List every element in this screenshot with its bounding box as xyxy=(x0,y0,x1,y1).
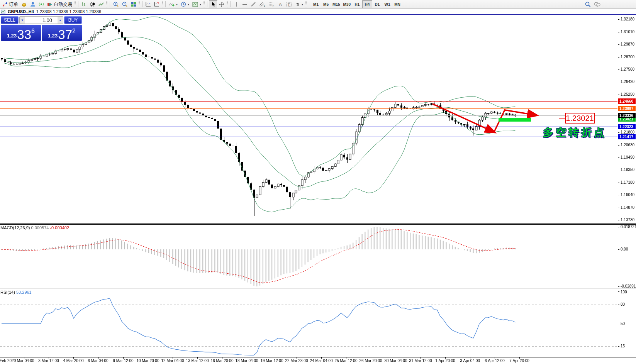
sell-price-sup: 6 xyxy=(31,28,35,35)
turning-point-annotation[interactable]: 多空转折点 xyxy=(543,125,607,139)
buy-price-sup: 2 xyxy=(72,28,76,35)
price-callout-box[interactable]: 1.23021 xyxy=(565,113,595,124)
sell-button[interactable]: SELL xyxy=(1,16,19,24)
buy-button[interactable]: BUY xyxy=(64,16,82,24)
price-box-leader-line xyxy=(559,118,565,119)
buy-price-display[interactable]: 1.23 37 2 xyxy=(42,25,82,41)
buy-price-prefix: 1.23 xyxy=(48,33,58,39)
volume-value[interactable]: 1.00 xyxy=(25,17,58,24)
one-click-trade-panel: SELL ▼ 1.00 ▲ BUY 1.23 33 6 1.23 37 2 xyxy=(1,16,82,41)
sell-price-prefix: 1.23 xyxy=(7,33,17,39)
down-trend-arrow[interactable] xyxy=(432,104,493,132)
volume-decrease-button[interactable]: ▼ xyxy=(20,17,25,24)
buy-price-main: 37 xyxy=(58,29,72,41)
volume-stepper: ▼ 1.00 ▲ xyxy=(19,16,63,24)
sell-price-display[interactable]: 1.23 33 6 xyxy=(1,25,41,41)
volume-increase-button[interactable]: ▲ xyxy=(58,17,63,24)
trend-arrows xyxy=(0,0,636,364)
support-highlight-bar[interactable] xyxy=(499,118,531,122)
sell-price-main: 33 xyxy=(17,29,31,41)
